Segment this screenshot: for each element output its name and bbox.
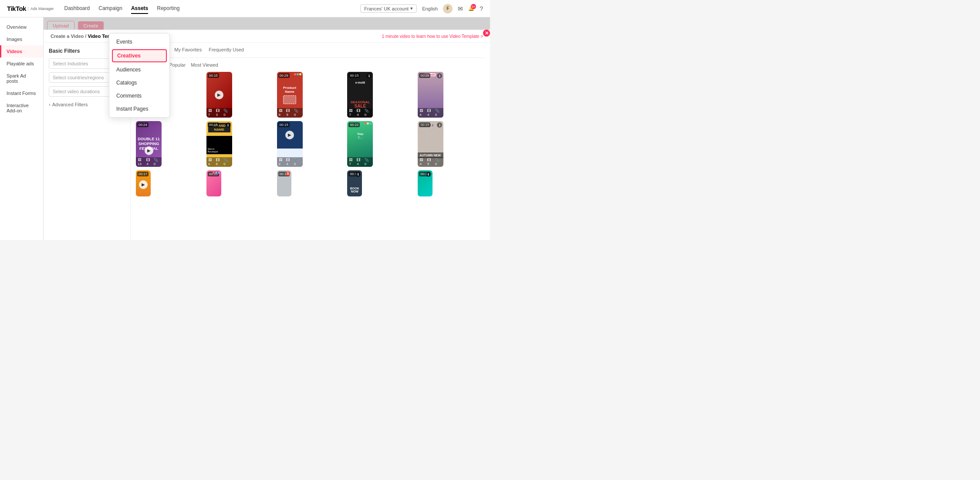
sidebar-item-interactive-add-on[interactable]: Interactive Add-on — [0, 99, 43, 117]
template-card[interactable]: BRAND NAME Men's Boutique 00:15 ℹ — [206, 121, 232, 167]
mail-icon[interactable]: ✉ — [458, 5, 463, 12]
card-footer: 🖼 4🎞 6📎 0 — [206, 157, 232, 167]
card-duration: 00:15 — [208, 122, 219, 127]
dropdown-catalogs[interactable]: Catalogs — [109, 76, 169, 89]
chevron-down-icon: ▾ — [410, 6, 413, 11]
advanced-filters-label: Advanced Filters — [52, 102, 88, 107]
card-footer: 🖼 2🎞 4📎 0 — [277, 157, 303, 167]
nav-items: Dashboard Campaign Assets Reporting — [64, 3, 180, 14]
sidebar-item-playable-ads[interactable]: Playable ads — [0, 57, 43, 70]
card-duration: 00:22 — [348, 122, 360, 127]
card-duration: 00:15 — [419, 73, 430, 78]
account-name: Frances' UK account — [364, 6, 409, 11]
template-card[interactable]: 00:17 ▶ — [136, 170, 151, 196]
breadcrumb-pre: Create a Video / — [51, 34, 86, 39]
templates-grid-row2: DOUBLE 11 SHOPPING FESTIVAL 00:24 ▶ 🖼 13… — [136, 121, 485, 167]
modal-close-button[interactable]: ✕ — [483, 30, 490, 37]
card-duration: 00:29 — [278, 73, 290, 78]
dropdown-audiences[interactable]: Audiences — [109, 63, 169, 76]
notification-icon[interactable]: 🔔 9+ — [468, 6, 474, 11]
play-button[interactable]: ▶ — [145, 146, 153, 155]
main-tabs: All Holidays My Favorites Frequently Use… — [136, 47, 485, 58]
card-duration: 00:15 — [278, 122, 290, 127]
sub-tabs: Overall Most Popular Most Viewed — [136, 62, 485, 68]
content-area: Upload Create 💡 No inspiration? Click fo… — [44, 17, 490, 240]
dropdown-events[interactable]: Events — [109, 35, 169, 48]
template-card[interactable]: e·molit SEASONAL SALE 00:15 ℹ 🖼 7🎞 4📎 0 — [347, 72, 373, 118]
info-icon: ℹ — [426, 172, 431, 177]
chevron-right-icon: › — [49, 102, 51, 107]
tab-frequently-used[interactable]: Frequently Used — [209, 47, 244, 55]
tab-my-favorites[interactable]: My Favorites — [174, 47, 202, 55]
main-layout: Overview Images Videos Playable ads Spar… — [0, 17, 490, 240]
play-button[interactable]: ▶ — [215, 91, 223, 99]
help-icon[interactable]: ? — [480, 5, 483, 12]
templates-panel: All Holidays My Favorites Frequently Use… — [131, 43, 490, 240]
sidebar-item-videos[interactable]: Videos — [0, 45, 43, 57]
card-footer: 🖼 4🎞 4📎 0 — [418, 108, 443, 118]
sidebar-item-spark-ad-posts[interactable]: Spark Ad posts — [0, 70, 43, 87]
color-dots — [213, 172, 220, 174]
top-navigation: TikTok Ads Manager Dashboard Campaign As… — [0, 0, 490, 17]
logo: TikTok Ads Manager — [7, 5, 54, 12]
play-button[interactable]: ▶ — [139, 180, 148, 189]
dropdown-instant-pages[interactable]: Instant Pages — [109, 102, 169, 115]
nav-right: Frances' UK account ▾ English F ✉ 🔔 9+ ? — [360, 4, 483, 14]
account-selector[interactable]: Frances' UK account ▾ — [360, 4, 417, 13]
card-duration: 00:15 — [419, 122, 430, 127]
ads-manager-label: Ads Manager — [28, 7, 54, 11]
avatar[interactable]: F — [443, 4, 453, 14]
sidebar-item-overview[interactable]: Overview — [0, 21, 43, 33]
special-badge: S — [286, 172, 291, 176]
card-footer: 🖼 7🎞 3📎 0 — [206, 108, 232, 118]
sidebar: Overview Images Videos Playable ads Spar… — [0, 17, 44, 240]
color-dots — [294, 73, 301, 75]
dropdown-comments[interactable]: Comments — [109, 89, 169, 102]
nav-reporting[interactable]: Reporting — [157, 3, 179, 14]
template-card[interactable]: 00:18 ℹ BOOK NOW — [347, 170, 362, 196]
sidebar-item-instant-forms[interactable]: Instant Forms — [0, 87, 43, 99]
dropdown-creatives[interactable]: Creatives — [112, 49, 167, 62]
card-play[interactable]: ▶ — [136, 172, 151, 196]
template-card[interactable]: Product 1 AUTUMN NEW 00:15 ℹ 🖼 4🎞 5📎 0 — [418, 121, 443, 167]
template-card[interactable]: You C... 00:22 🖼 7🎞 4� — [347, 121, 373, 167]
nav-campaign[interactable]: Campaign — [98, 3, 122, 14]
card-footer: 🖼 7🎞 4📎 0 — [347, 108, 373, 118]
templates-grid-row1: Brand name by olivit Shop new arrivals t… — [136, 72, 485, 118]
play-button[interactable]: ▶ — [285, 131, 294, 139]
template-card[interactable]: 00:15 ▶ 🖼 7🎞 3📎 0 — [206, 72, 232, 118]
template-card[interactable]: e·molit 00:15 ℹ 🖼 4🎞 4📎 0 — [418, 72, 443, 118]
info-icon: ℹ — [355, 172, 361, 177]
card-duration: 00:15 — [348, 73, 360, 78]
subtab-most-viewed[interactable]: Most Viewed — [191, 62, 218, 68]
info-icon: ℹ — [226, 122, 231, 128]
sidebar-item-images[interactable]: Images — [0, 33, 43, 45]
nav-assets[interactable]: Assets — [131, 3, 148, 14]
card-footer: 🖼 13🎞 4📎 0 — [136, 157, 162, 167]
notification-badge: 9+ — [471, 4, 476, 9]
template-card[interactable]: DOUBLE 11 SHOPPING FESTIVAL 00:24 ▶ 🖼 13… — [136, 121, 162, 167]
modal-help-link[interactable]: 1 minute video to learn how to use Video… — [382, 34, 483, 39]
color-dots — [364, 122, 372, 125]
card-footer: 🖼 4🎞 5📎 0 — [418, 157, 443, 167]
template-card[interactable]: 00:25 — [206, 170, 221, 196]
language-label[interactable]: English — [422, 6, 438, 11]
card-footer: 🖼 7🎞 4📎 0 — [347, 157, 373, 167]
templates-grid-row3: 00:17 ▶ 00:25 — [136, 170, 485, 196]
template-card[interactable]: ▶ 00:15 🖼 2🎞 4📎 0 — [277, 121, 303, 167]
nav-dashboard[interactable]: Dashboard — [64, 3, 90, 14]
card-footer: 🖼 8🎞 9📎 0 — [277, 108, 303, 118]
template-card[interactable]: 00:15 S — [277, 170, 292, 196]
assets-dropdown-menu: Events Creatives Audiences Catalogs Comm… — [109, 33, 170, 118]
template-card[interactable]: Product Name 00:29 🖼 8🎞 — [277, 72, 303, 118]
template-card[interactable]: 00:24 ℹ — [418, 170, 433, 196]
